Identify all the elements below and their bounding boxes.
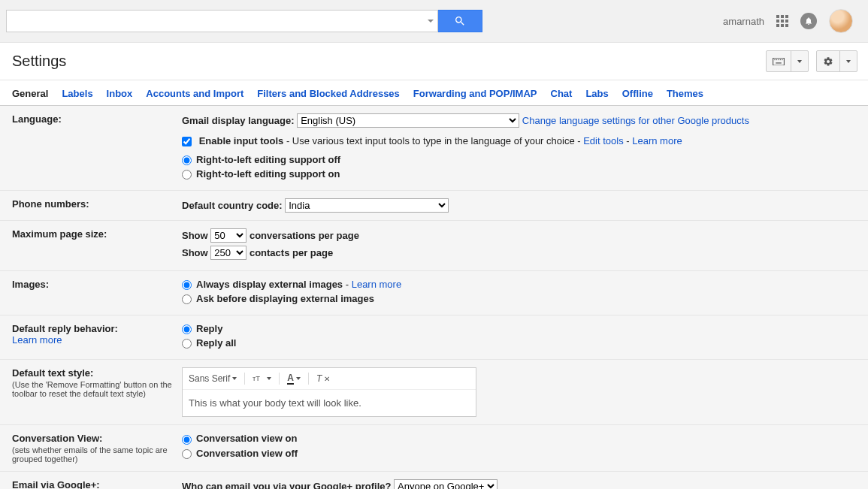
- textstyle-toolbar: Sans Serif тT A T✕: [183, 368, 476, 390]
- svg-rect-1: [774, 59, 775, 59]
- images-learn-more-link[interactable]: Learn more: [352, 279, 401, 290]
- enable-input-tools-checkbox[interactable]: [182, 137, 192, 146]
- section-label-googleplus: Email via Google+: Learn more: [12, 479, 182, 489]
- tab-accounts[interactable]: Accounts and Import: [146, 88, 243, 105]
- section-label-reply: Default reply behavior: Learn more: [12, 323, 182, 352]
- tab-inbox[interactable]: Inbox: [107, 88, 133, 105]
- svg-rect-5: [782, 59, 782, 59]
- tab-offline[interactable]: Offline: [622, 88, 653, 105]
- header-right: amarnath: [723, 9, 862, 33]
- tab-filters[interactable]: Filters and Blocked Addresses: [257, 88, 400, 105]
- reply-all-label: Reply all: [196, 337, 236, 349]
- edit-tools-link[interactable]: Edit tools: [583, 135, 623, 146]
- search-input[interactable]: [6, 10, 438, 32]
- sub-toolbar: Settings: [0, 43, 868, 80]
- section-label-conversation: Conversation View: (sets whether emails …: [12, 433, 182, 463]
- textstyle-hint: (Use the 'Remove Formatting' button on t…: [12, 380, 182, 398]
- tab-general[interactable]: General: [12, 88, 48, 105]
- section-label-phone: Phone numbers:: [12, 198, 182, 213]
- googleplus-who-select[interactable]: Anyone on Google+: [394, 479, 498, 489]
- section-language: Language: Gmail display language: Englis…: [0, 106, 868, 191]
- section-conversation: Conversation View: (sets whether emails …: [0, 425, 868, 472]
- chevron-down-icon: [797, 60, 802, 63]
- section-googleplus: Email via Google+: Learn more Who can em…: [0, 472, 868, 489]
- chevron-down-icon: [296, 377, 301, 380]
- images-ask-label: Ask before displaying external images: [196, 293, 374, 304]
- font-size-button[interactable]: тT: [253, 374, 271, 383]
- country-code-select[interactable]: India: [285, 198, 449, 213]
- settings-sections: Language: Gmail display language: Englis…: [0, 106, 868, 489]
- learn-more-link[interactable]: Learn more: [632, 135, 682, 146]
- header-bar: amarnath: [0, 0, 868, 43]
- tab-chat[interactable]: Chat: [551, 88, 573, 105]
- rtl-off-label: Right-to-left editing support off: [196, 154, 340, 165]
- conversation-off-radio[interactable]: [182, 449, 192, 459]
- images-ask-radio[interactable]: [182, 294, 192, 304]
- search-button[interactable]: [437, 10, 482, 32]
- text-color-button[interactable]: A: [287, 373, 301, 385]
- section-label-pagesize: Maximum page size:: [12, 228, 182, 263]
- conversations-suffix: conversations per page: [250, 230, 359, 241]
- textstyle-box: Sans Serif тT A T✕ This is what your bod…: [182, 367, 476, 417]
- images-always-radio[interactable]: [182, 280, 192, 290]
- conversations-per-page-select[interactable]: 50: [210, 228, 246, 243]
- search-input-wrap: [6, 10, 438, 32]
- apps-grid-icon[interactable]: [776, 15, 788, 27]
- svg-text:тT: тT: [253, 376, 260, 383]
- section-images: Images: Always display external images -…: [0, 271, 868, 315]
- reply-radio[interactable]: [182, 324, 192, 334]
- contacts-suffix: contacts per page: [250, 247, 333, 258]
- tab-themes[interactable]: Themes: [667, 88, 703, 105]
- username[interactable]: amarnath: [723, 16, 764, 27]
- settings-tabs: General Labels Inbox Accounts and Import…: [0, 82, 868, 106]
- sub-toolbar-right: [766, 50, 857, 72]
- section-label-language: Language:: [12, 113, 182, 183]
- country-code-label: Default country code:: [182, 200, 283, 211]
- change-language-link[interactable]: Change language settings for other Googl…: [522, 115, 749, 126]
- rtl-on-radio[interactable]: [182, 170, 192, 180]
- rtl-off-radio[interactable]: [182, 155, 192, 165]
- show-label-2: Show: [182, 247, 208, 258]
- enable-input-tools-label: Enable input tools: [199, 135, 284, 146]
- chevron-down-icon: [267, 377, 271, 380]
- conversation-hint: (sets whether emails of the same topic a…: [12, 445, 182, 463]
- googleplus-who-label: Who can email you via your Google+ profi…: [182, 481, 391, 489]
- notifications-button[interactable]: [800, 13, 817, 29]
- reply-learn-more-link[interactable]: Learn more: [12, 334, 62, 346]
- conversation-on-label: Conversation view on: [196, 433, 297, 444]
- svg-rect-0: [773, 58, 785, 65]
- section-label-images: Images:: [12, 279, 182, 307]
- display-language-select[interactable]: English (US): [297, 113, 519, 128]
- svg-rect-2: [776, 59, 777, 59]
- show-label-1: Show: [182, 230, 208, 241]
- avatar[interactable]: [829, 9, 853, 33]
- tab-labels[interactable]: Labels: [62, 88, 92, 105]
- display-language-label: Gmail display language:: [182, 115, 295, 126]
- section-pagesize: Maximum page size: Show 50 conversations…: [0, 221, 868, 271]
- font-family-button[interactable]: Sans Serif: [189, 373, 237, 384]
- rtl-on-label: Right-to-left editing support on: [196, 168, 340, 180]
- svg-rect-6: [776, 62, 782, 63]
- page-title: Settings: [12, 53, 66, 70]
- bell-icon: [804, 17, 813, 26]
- enable-input-tools-desc: - Use various text input tools to type i…: [283, 135, 583, 146]
- chevron-down-icon: [232, 377, 237, 380]
- search-options-arrow-icon[interactable]: [428, 20, 434, 23]
- tab-labs[interactable]: Labs: [585, 88, 608, 105]
- contacts-per-page-select[interactable]: 250: [210, 246, 246, 260]
- reply-all-radio[interactable]: [182, 339, 192, 349]
- tab-forwarding[interactable]: Forwarding and POP/IMAP: [413, 88, 537, 105]
- svg-rect-4: [780, 59, 781, 59]
- section-label-textstyle: Default text style: (Use the 'Remove For…: [12, 367, 182, 417]
- textstyle-preview: This is what your body text will look li…: [183, 390, 476, 416]
- section-reply: Default reply behavior: Learn more Reply…: [0, 315, 868, 360]
- input-tools-button[interactable]: [766, 50, 809, 72]
- text-size-icon: тT: [253, 374, 265, 383]
- section-textstyle: Default text style: (Use the 'Remove For…: [0, 360, 868, 425]
- keyboard-icon: [773, 58, 785, 65]
- settings-gear-button[interactable]: [816, 50, 857, 72]
- remove-formatting-button[interactable]: T✕: [316, 373, 330, 384]
- conversation-on-radio[interactable]: [182, 435, 192, 445]
- search-wrap: [6, 10, 482, 32]
- search-icon: [454, 15, 466, 27]
